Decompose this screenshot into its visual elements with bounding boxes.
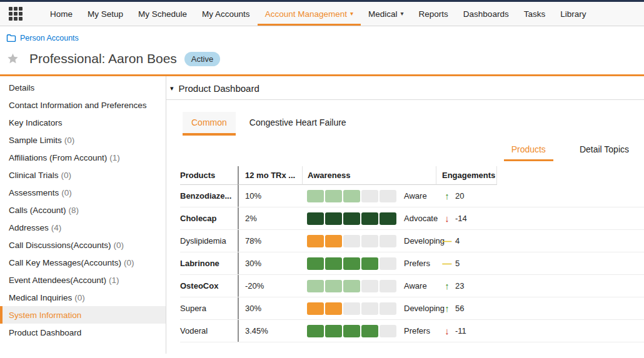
view-tab-products[interactable]: Products bbox=[504, 144, 553, 161]
nav-item-library[interactable]: Library bbox=[553, 2, 593, 26]
sidebar-item-call-key-messages-accounts[interactable]: Call Key Messages(Accounts)(0) bbox=[0, 254, 166, 271]
sidebar-item-affiliations-from-account[interactable]: Affiliations (From Account)(1) bbox=[0, 149, 166, 166]
awareness-segment bbox=[361, 190, 378, 202]
engagements-value: 56 bbox=[455, 304, 464, 313]
nav-item-tasks[interactable]: Tasks bbox=[516, 2, 553, 26]
nav-item-label: My Accounts bbox=[202, 9, 250, 19]
row-filler bbox=[497, 207, 644, 229]
sidebar-item-details[interactable]: Details bbox=[0, 79, 166, 96]
nav-item-medical[interactable]: Medical▾ bbox=[361, 2, 411, 26]
sidebar-item-label: Details bbox=[9, 83, 34, 92]
sidebar-item-product-dashboard[interactable]: Product Dashboard bbox=[0, 324, 166, 341]
engagements-value: 23 bbox=[455, 281, 464, 291]
sidebar-item-contact-information-and-preferences[interactable]: Contact Information and Preferences bbox=[0, 96, 166, 114]
nav-item-label: Account Management bbox=[265, 9, 347, 19]
awareness-bar bbox=[307, 280, 396, 292]
trend-flat-icon: — bbox=[441, 258, 453, 269]
sidebar-item-assessments[interactable]: Assessments(0) bbox=[0, 184, 166, 201]
nav-item-reports[interactable]: Reports bbox=[411, 2, 456, 26]
sidebar-item-clinical-trials[interactable]: Clinical Trials(0) bbox=[0, 166, 166, 184]
sidebar-item-count: (8) bbox=[69, 206, 79, 215]
sidebar-item-calls-account[interactable]: Calls (Account)(8) bbox=[0, 201, 166, 219]
trend-down-icon: ↓ bbox=[441, 213, 453, 224]
row-filler bbox=[497, 297, 644, 319]
table-row[interactable]: Voderal3.45%Prefers↓-11 bbox=[180, 320, 644, 342]
awareness-bar bbox=[307, 302, 396, 315]
sidebar-item-medical-inquiries[interactable]: Medical Inquiries(0) bbox=[0, 289, 166, 306]
app-launcher-icon[interactable] bbox=[9, 7, 25, 21]
nav-item-account-management[interactable]: Account Management▾ bbox=[258, 2, 361, 26]
row-filler bbox=[497, 252, 644, 274]
nav-item-label: Home bbox=[50, 9, 73, 19]
sidebar-item-sample-limits[interactable]: Sample Limits(0) bbox=[0, 131, 166, 149]
sidebar: DetailsContact Information and Preferenc… bbox=[0, 76, 166, 354]
engagements-value: 20 bbox=[455, 191, 464, 201]
breadcrumb[interactable]: Person Accounts bbox=[6, 34, 79, 42]
tab-common[interactable]: Common bbox=[183, 112, 236, 136]
awareness-segment bbox=[361, 235, 378, 247]
view-tab-detail-topics[interactable]: Detail Topics bbox=[572, 144, 636, 161]
column-header-awareness[interactable]: Awareness bbox=[302, 166, 436, 185]
trx-value: 78% bbox=[238, 230, 302, 252]
table-row[interactable]: Benzodiaze...10%Aware↑20 bbox=[180, 185, 644, 207]
nav-item-my-accounts[interactable]: My Accounts bbox=[194, 2, 258, 26]
table-row[interactable]: Supera30%Developing↑56 bbox=[180, 297, 644, 320]
sidebar-item-count: (1) bbox=[109, 153, 120, 162]
trx-value: -20% bbox=[238, 275, 302, 297]
engagements-cell: ↑23 bbox=[436, 275, 497, 297]
sidebar-item-label: Product Dashboard bbox=[9, 328, 81, 337]
header-filler bbox=[497, 166, 644, 185]
nav-item-dashboards[interactable]: Dashboards bbox=[456, 2, 516, 26]
awareness-cell: Aware bbox=[302, 275, 436, 297]
caret-down-icon[interactable]: ▾ bbox=[170, 84, 174, 92]
section-header: ▾ Product Dashboard bbox=[166, 76, 644, 100]
engagements-value: -11 bbox=[455, 326, 466, 336]
engagements-value: 5 bbox=[455, 259, 460, 268]
nav-item-label: Dashboards bbox=[463, 9, 509, 19]
product-name: Cholecap bbox=[180, 207, 238, 229]
table-row[interactable]: OsteoCox-20%Aware↑23 bbox=[180, 275, 644, 297]
row-filler bbox=[497, 185, 644, 207]
product-name: Voderal bbox=[180, 320, 238, 342]
product-table: Products12 mo TRx ...AwarenessEngagement… bbox=[180, 166, 644, 342]
trx-value: 10% bbox=[238, 185, 302, 207]
table-row[interactable]: Cholecap2%Advocate↓-14 bbox=[180, 207, 644, 230]
awareness-segment bbox=[325, 280, 342, 292]
tab-congestive-heart-failure[interactable]: Congestive Heart Failure bbox=[249, 112, 346, 136]
awareness-label: Aware bbox=[404, 191, 427, 201]
sidebar-item-count: (0) bbox=[114, 241, 124, 250]
nav-item-my-schedule[interactable]: My Schedule bbox=[131, 2, 194, 26]
awareness-segment bbox=[361, 257, 378, 270]
main-panel: ▾ Product Dashboard CommonCongestive Hea… bbox=[166, 76, 644, 354]
awareness-segment bbox=[380, 212, 396, 225]
engagements-value: 4 bbox=[455, 236, 460, 246]
trx-value: 30% bbox=[238, 297, 302, 319]
awareness-segment bbox=[343, 257, 360, 270]
sidebar-item-addresses[interactable]: Addresses(4) bbox=[0, 219, 166, 236]
awareness-segment bbox=[380, 280, 396, 292]
column-header-engagements[interactable]: Engagements bbox=[436, 166, 497, 185]
main-navbar: HomeMy SetupMy ScheduleMy AccountsAccoun… bbox=[0, 2, 644, 26]
sidebar-item-key-indicators[interactable]: Key Indicators bbox=[0, 114, 166, 131]
sidebar-item-event-attendees-account[interactable]: Event Attendees(Account)(1) bbox=[0, 271, 166, 289]
sidebar-item-count: (0) bbox=[61, 171, 72, 180]
table-row[interactable]: Dyslipidemia78%Developing—4 bbox=[180, 230, 644, 252]
sidebar-item-system-information[interactable]: System Information bbox=[0, 306, 166, 324]
awareness-segment bbox=[325, 302, 342, 315]
sidebar-item-call-discussions-accounts[interactable]: Call Discussions(Accounts)(0) bbox=[0, 236, 166, 254]
column-header-12-mo-trx[interactable]: 12 mo TRx ... bbox=[238, 166, 302, 185]
awareness-segment bbox=[307, 257, 324, 270]
column-header-products[interactable]: Products bbox=[180, 166, 238, 185]
engagements-cell: —5 bbox=[436, 252, 497, 274]
sidebar-item-label: Addresses bbox=[9, 223, 49, 232]
table-row[interactable]: Labrinone30%Prefers—5 bbox=[180, 252, 644, 275]
nav-item-home[interactable]: Home bbox=[43, 2, 80, 26]
nav-item-my-setup[interactable]: My Setup bbox=[80, 2, 131, 26]
star-icon[interactable] bbox=[6, 52, 19, 65]
sidebar-item-count: (1) bbox=[109, 276, 119, 285]
product-name: Benzodiaze... bbox=[180, 185, 238, 207]
row-filler bbox=[497, 320, 644, 342]
trend-flat-icon: — bbox=[441, 236, 453, 246]
awareness-segment bbox=[307, 302, 324, 315]
awareness-segment bbox=[307, 235, 324, 247]
